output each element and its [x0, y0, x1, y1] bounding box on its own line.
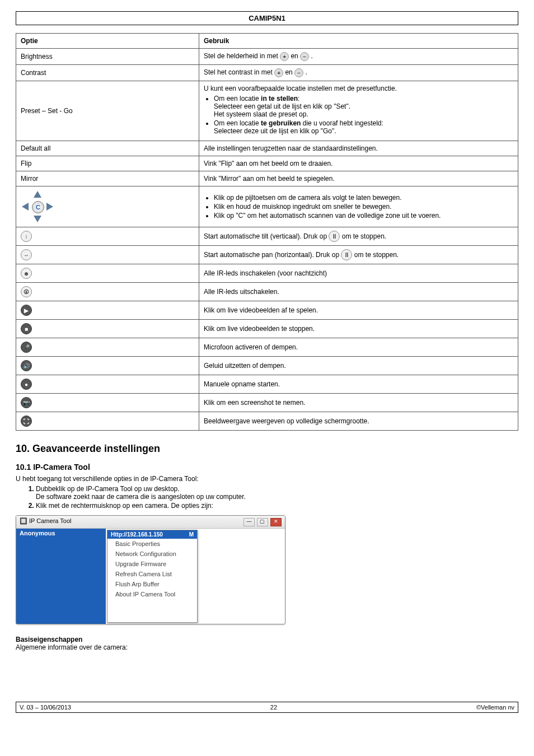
footer-version: V. 03 – 10/06/2013 [20, 704, 71, 711]
minimize-icon[interactable]: — [243, 518, 255, 526]
close-icon[interactable]: ✕ [270, 518, 282, 526]
table-row: ↕ Start automatische tilt (verticaal). D… [16, 227, 518, 246]
table-row: 📷 Klik om een screenshot te nemen. [16, 394, 518, 412]
table-row: C Klik op de pijltoetsen om de camera al… [16, 186, 518, 227]
basis-text: Algemene informatie over de camera: [16, 643, 518, 651]
menu-header: Http://192.168.1.150 M [107, 530, 197, 539]
table-row: Mirror Vink "Mirror" aan om het beeld te… [16, 171, 518, 186]
fullscreen-icon-cell: ⛶ [16, 412, 199, 431]
nav-cluster-icon: C [22, 191, 53, 222]
step-2: Klik met de rechtermuisknop op een camer… [36, 502, 518, 510]
context-menu: Http://192.168.1.150 M Basic Properties … [107, 530, 198, 623]
screenshot-desc: Klik om een screenshot te nemen. [199, 394, 518, 412]
fullscreen-desc: Beeldweergave weergeven op volledige sch… [199, 412, 518, 431]
ir-off-desc: Alle IR-leds uitschakelen. [199, 283, 518, 301]
table-row: ⦿ Alle IR-leds uitschakelen. [16, 283, 518, 301]
nav-center-icon: C [32, 201, 44, 213]
tilt-icon-cell: ↕ [16, 227, 199, 246]
sound-icon: 🔊 [21, 360, 32, 371]
menu-item-basic-properties[interactable]: Basic Properties [107, 539, 197, 549]
minus-icon: − [294, 68, 303, 77]
mic-icon: 🎤 [21, 342, 32, 353]
arrow-up-icon [34, 191, 41, 198]
maximize-icon[interactable]: ▢ [257, 518, 268, 526]
ip-camera-tool-window: 🔲 IP Camera Tool — ▢ ✕ Anonymous Http://… [16, 515, 285, 624]
page-footer: V. 03 – 10/06/2013 22 ©Velleman nv [16, 702, 518, 713]
mic-desc: Microfoon activeren of dempen. [199, 338, 518, 357]
flip-label: Flip [16, 156, 199, 171]
menu-item-refresh-camera-list[interactable]: Refresh Camera List [107, 569, 197, 579]
col-header-gebruik: Gebruik [199, 34, 518, 49]
nav-cluster-cell: C [16, 186, 199, 227]
table-row: ■ Klik om live videobeelden te stoppen. [16, 320, 518, 338]
table-row: Default all Alle instellingen terugzette… [16, 141, 518, 156]
mirror-desc: Vink "Mirror" aan om het beeld te spiege… [199, 171, 518, 186]
plus-icon: + [274, 68, 283, 77]
stop-icon-cell: ■ [16, 320, 199, 338]
mirror-label: Mirror [16, 171, 199, 186]
table-row: Flip Vink "Flip" aan om het beeld om te … [16, 156, 518, 171]
plus-icon: + [280, 52, 289, 61]
table-row: Preset – Set - Go U kunt een voorafbepaa… [16, 81, 518, 141]
ir-on-icon: ☻ [21, 268, 32, 279]
record-icon-cell: ● [16, 375, 199, 394]
play-icon: ▶ [21, 305, 32, 316]
tilt-desc: Start automatische tilt (verticaal). Dru… [199, 227, 518, 246]
menu-item-upgrade-firmware[interactable]: Upgrade Firmware [107, 559, 197, 569]
col-header-optie: Optie [16, 34, 199, 49]
nav-desc: Klik op de pijltoetsen om de camera als … [199, 186, 518, 227]
camera-list-item[interactable]: Anonymous [16, 529, 106, 624]
footer-copyright: ©Velleman nv [476, 704, 514, 711]
window-titlebar: 🔲 IP Camera Tool — ▢ ✕ [16, 516, 285, 529]
pan-icon: ↔ [21, 249, 32, 260]
table-row: 🎤 Microfoon activeren of dempen. [16, 338, 518, 357]
menu-item-network-config[interactable]: Network Configuration [107, 549, 197, 559]
pan-desc: Start automatische pan (horizontaal). Dr… [199, 246, 518, 264]
table-row: ● Manuele opname starten. [16, 375, 518, 394]
screenshot-icon: 📷 [21, 397, 32, 408]
stop-icon: ■ [21, 323, 32, 334]
section-heading: 10. Geavanceerde instellingen [16, 443, 518, 455]
table-row: ⛶ Beeldweergave weergeven op volledige s… [16, 412, 518, 431]
record-icon: ● [21, 379, 32, 390]
default-all-desc: Alle instellingen terugzetten naar de st… [199, 141, 518, 156]
arrow-right-icon [46, 203, 53, 211]
brightness-desc: Stel de helderheid in met + en − . [199, 49, 518, 65]
ir-on-desc: Alle IR-leds inschakelen (voor nachtzich… [199, 264, 518, 283]
stop-desc: Klik om live videobeelden te stoppen. [199, 320, 518, 338]
arrow-down-icon [34, 216, 41, 222]
basis-heading: Basiseigenschappen [16, 636, 518, 643]
window-controls: — ▢ ✕ [243, 517, 282, 526]
window-title: 🔲 IP Camera Tool [20, 517, 71, 526]
iroff-icon-cell: ⦿ [16, 283, 199, 301]
table-row: ↔ Start automatische pan (horizontaal). … [16, 246, 518, 264]
footer-page: 22 [270, 704, 277, 711]
flip-desc: Vink "Flip" aan om het beeld om te draai… [199, 156, 518, 171]
fullscreen-icon: ⛶ [21, 416, 32, 427]
sound-desc: Geluid uitzetten of dempen. [199, 357, 518, 375]
steps-list: Dubbeklik op de IP-Camera Tool op uw des… [16, 485, 518, 510]
contrast-desc: Stel het contrast in met + en − . [199, 65, 518, 81]
table-row: ☻ Alle IR-leds inschakelen (voor nachtzi… [16, 264, 518, 283]
pause-icon: II [341, 249, 352, 260]
menu-item-about[interactable]: About IP Camera Tool [107, 589, 197, 599]
menu-item-flush-arp-buffer[interactable]: Flush Arp Buffer [107, 579, 197, 589]
sound-icon-cell: 🔊 [16, 357, 199, 375]
pan-icon-cell: ↔ [16, 246, 199, 264]
table-row: Brightness Stel de helderheid in met + e… [16, 49, 518, 65]
options-table: Optie Gebruik Brightness Stel de helderh… [16, 33, 518, 431]
document-header: CAMIP5N1 [16, 11, 518, 25]
mic-icon-cell: 🎤 [16, 338, 199, 357]
screenshot-icon-cell: 📷 [16, 394, 199, 412]
intro-text: U hebt toegang tot verschillende opties … [16, 475, 518, 483]
table-row: 🔊 Geluid uitzetten of dempen. [16, 357, 518, 375]
minus-icon: − [300, 52, 309, 61]
table-row: ▶ Klik om live videobeelden af te spelen… [16, 301, 518, 320]
play-desc: Klik om live videobeelden af te spelen. [199, 301, 518, 320]
subsection-heading: 10.1 IP-Camera Tool [16, 463, 518, 472]
preset-label: Preset – Set - Go [16, 81, 199, 141]
pause-icon: II [329, 231, 340, 242]
brightness-label: Brightness [16, 49, 199, 65]
default-all-label: Default all [16, 141, 199, 156]
iron-icon-cell: ☻ [16, 264, 199, 283]
